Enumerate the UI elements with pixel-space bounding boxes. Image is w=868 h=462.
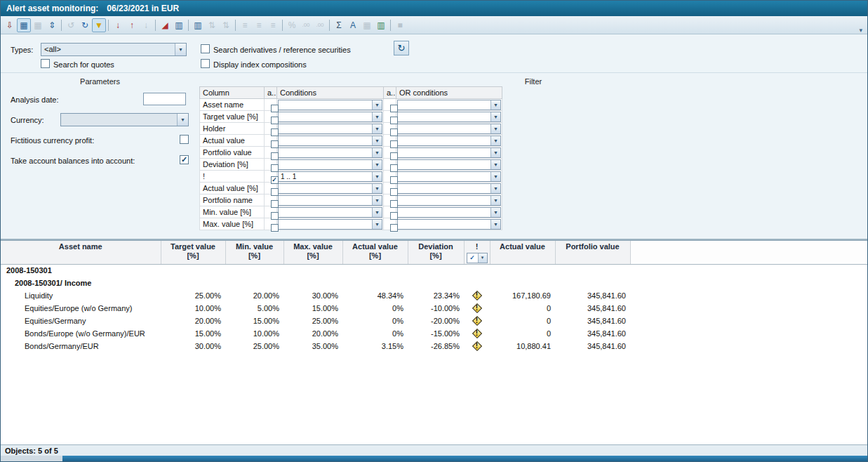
chevron-down-icon[interactable]: ▼ — [478, 253, 487, 263]
asset-row[interactable]: Bonds/Europe (w/o Germany)/EUR15.00%10.0… — [1, 327, 867, 340]
expand-table-icon[interactable]: ⇕ — [45, 18, 59, 32]
filter-or-condition-dropdown[interactable]: ▼ — [397, 112, 501, 122]
filter-funnel-icon[interactable]: ▼ — [92, 18, 106, 32]
chevron-down-icon[interactable]: ▼ — [175, 44, 186, 55]
chevron-down-icon[interactable]: ▼ — [372, 160, 382, 169]
display-index-checkbox[interactable] — [201, 59, 210, 68]
sum-icon[interactable]: Σ — [332, 18, 346, 32]
filter-and-checkbox[interactable] — [271, 188, 277, 194]
column-header-target-value[interactable]: Target value[%] — [161, 241, 225, 264]
group-row[interactable]: 2008-150301/ Income — [1, 277, 867, 289]
filter-or-checkbox[interactable] — [390, 200, 396, 206]
chevron-down-icon[interactable]: ▼ — [490, 220, 500, 229]
search-quotes-checkbox[interactable] — [41, 59, 50, 68]
chevron-down-icon[interactable]: ▼ — [490, 208, 500, 217]
filter-condition-dropdown[interactable]: 1 .. 1▼ — [278, 171, 382, 182]
filter-or-checkbox[interactable] — [390, 117, 396, 123]
filter-or-condition-dropdown[interactable]: ▼ — [397, 136, 501, 146]
calculator-icon[interactable]: ◢ — [158, 18, 172, 32]
chevron-down-icon[interactable]: ▼ — [372, 100, 382, 110]
column-header-asset-name[interactable]: Asset name — [1, 241, 161, 264]
filter-or-condition-dropdown[interactable]: ▼ — [397, 183, 501, 194]
chevron-down-icon[interactable]: ▼ — [490, 124, 500, 133]
filter-or-condition-dropdown[interactable]: ▼ — [397, 147, 501, 158]
filter-condition-dropdown[interactable]: ▼ — [278, 147, 382, 158]
filter-table-icon[interactable]: ▦ — [17, 18, 31, 32]
chevron-down-icon[interactable]: ▼ — [490, 148, 500, 157]
refresh-icon[interactable]: ↻ — [78, 18, 92, 32]
filter-or-checkbox[interactable] — [390, 224, 396, 230]
fictitious-profit-checkbox[interactable] — [180, 135, 189, 144]
filter-or-condition-dropdown[interactable]: ▼ — [397, 207, 501, 218]
analysis-date-input[interactable] — [143, 93, 186, 105]
chevron-down-icon[interactable]: ▼ — [372, 112, 382, 121]
chevron-down-icon[interactable]: ▼ — [372, 148, 382, 157]
chevron-down-icon[interactable]: ▼ — [490, 136, 500, 145]
filter-or-condition-dropdown[interactable]: ▼ — [397, 159, 501, 170]
filter-and-checkbox[interactable] — [271, 105, 277, 111]
chevron-down-icon[interactable]: ▼ — [490, 160, 500, 169]
filter-or-checkbox[interactable] — [390, 188, 396, 194]
toolbar-overflow-icon[interactable]: ▾ — [856, 27, 865, 34]
chevron-down-icon[interactable]: ▼ — [490, 196, 500, 205]
filter-or-condition-dropdown[interactable]: ▼ — [397, 219, 501, 230]
filter-and-checkbox[interactable] — [271, 140, 277, 147]
chevron-down-icon[interactable]: ▼ — [490, 112, 500, 121]
filter-or-condition-dropdown[interactable]: ▼ — [397, 100, 501, 110]
filter-condition-dropdown[interactable]: ▼ — [278, 136, 382, 146]
chevron-down-icon[interactable]: ▼ — [372, 184, 382, 193]
filter-and-checkbox[interactable] — [271, 152, 277, 159]
filter-or-checkbox[interactable] — [390, 105, 396, 111]
alert-filter-dropdown[interactable]: ✓▼ — [467, 253, 488, 263]
filter-condition-dropdown[interactable]: ▼ — [278, 195, 382, 206]
import-table-icon[interactable]: ⇩ — [3, 18, 17, 32]
filter-condition-dropdown[interactable]: ▼ — [278, 112, 382, 122]
filter-condition-dropdown[interactable]: ▼ — [278, 100, 382, 110]
filter-condition-dropdown[interactable]: ▼ — [278, 183, 382, 194]
search-derivatives-checkbox[interactable] — [201, 44, 210, 53]
asset-row[interactable]: Equities/Europe (w/o Germany)10.00%5.00%… — [1, 302, 867, 315]
filter-or-condition-dropdown[interactable]: ▼ — [397, 171, 501, 182]
font-icon[interactable]: A — [346, 18, 360, 32]
goto-alert-down-icon[interactable]: ↓ — [111, 18, 125, 32]
column-header-min-value[interactable]: Min. value[%] — [225, 241, 283, 264]
filter-and-checkbox[interactable]: ✓ — [271, 176, 277, 183]
filter-or-condition-dropdown[interactable]: ▼ — [397, 124, 501, 134]
filter-or-checkbox[interactable] — [390, 152, 396, 159]
filter-condition-dropdown[interactable]: ▼ — [278, 219, 382, 230]
filter-or-checkbox[interactable] — [390, 176, 396, 183]
filter-and-checkbox[interactable] — [271, 117, 277, 123]
column-header-actual-value[interactable]: Actual value — [490, 241, 555, 264]
chevron-down-icon[interactable]: ▼ — [490, 172, 500, 181]
chart-icon[interactable]: ▥ — [374, 18, 388, 32]
chevron-down-icon[interactable]: ▼ — [490, 100, 500, 110]
column-header-max-value[interactable]: Max. value[%] — [283, 241, 342, 264]
filter-and-checkbox[interactable] — [271, 212, 277, 218]
column-header-portfolio-value[interactable]: Portfolio value — [555, 241, 630, 264]
filter-or-checkbox[interactable] — [390, 212, 396, 218]
filter-or-checkbox[interactable] — [390, 164, 396, 171]
filter-or-checkbox[interactable] — [390, 140, 396, 147]
filter-and-checkbox[interactable] — [271, 128, 277, 135]
filter-condition-dropdown[interactable]: ▼ — [278, 159, 382, 170]
chevron-down-icon[interactable]: ▼ — [372, 220, 382, 229]
column-header-deviation[interactable]: Deviation[%] — [408, 241, 464, 264]
chevron-down-icon[interactable]: ▼ — [372, 196, 382, 205]
column-header-alert[interactable]: !✓▼ — [464, 241, 490, 264]
currency-dropdown[interactable]: ▼ — [60, 113, 189, 126]
account-balances-checkbox[interactable]: ✓ — [180, 155, 189, 164]
group-row[interactable]: 2008-150301 — [1, 264, 867, 277]
chevron-down-icon[interactable]: ▼ — [372, 172, 382, 181]
refresh-button[interactable]: ↻ — [394, 41, 409, 55]
column-chart-icon[interactable]: ▥ — [172, 18, 186, 32]
goto-alert-up-icon[interactable]: ↑ — [125, 18, 139, 32]
filter-and-checkbox[interactable] — [271, 164, 277, 171]
filter-and-checkbox[interactable] — [271, 200, 277, 206]
filter-or-condition-dropdown[interactable]: ▼ — [397, 195, 501, 206]
chevron-down-icon[interactable]: ▼ — [372, 124, 382, 133]
asset-row[interactable]: Equities/Germany20.00%15.00%25.00%0%-20.… — [1, 315, 867, 327]
filter-and-checkbox[interactable] — [271, 224, 277, 230]
filter-condition-dropdown[interactable]: ▼ — [278, 207, 382, 218]
asset-row[interactable]: Liquidity25.00%20.00%30.00%48.34%23.34%!… — [1, 289, 867, 302]
statistics-icon[interactable]: ▥ — [191, 18, 205, 32]
